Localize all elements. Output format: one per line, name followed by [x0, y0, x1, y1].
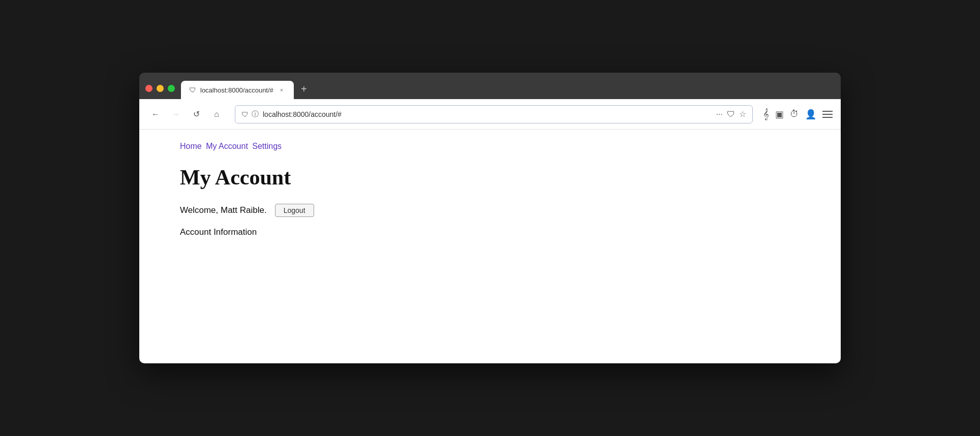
breadcrumb-settings-link[interactable]: Settings: [252, 142, 282, 151]
tab-close-button[interactable]: ×: [278, 86, 286, 94]
minimize-window-button[interactable]: [157, 85, 164, 92]
home-icon: ⌂: [214, 110, 219, 119]
profile-icon[interactable]: 👤: [805, 109, 816, 120]
bookmark-icon[interactable]: ☆: [739, 109, 746, 119]
welcome-row: Welcome, Matt Raible. Logout: [180, 204, 800, 217]
traffic-lights: [145, 85, 175, 99]
address-text: localhost:8000/account/#: [263, 110, 712, 118]
welcome-text: Welcome, Matt Raible.: [180, 205, 267, 215]
back-icon: ←: [151, 110, 160, 119]
breadcrumb-my-account-link[interactable]: My Account: [206, 142, 248, 151]
menu-button[interactable]: [822, 111, 833, 118]
breadcrumb-home-link[interactable]: Home: [180, 142, 202, 151]
logout-button[interactable]: Logout: [275, 204, 314, 217]
more-options-button[interactable]: ···: [716, 110, 723, 119]
forward-button[interactable]: →: [168, 106, 184, 122]
page-content: Home My Account Settings My Account Welc…: [139, 130, 841, 363]
tab-security-icon: 🛡: [189, 86, 196, 94]
home-button[interactable]: ⌂: [208, 106, 225, 122]
breadcrumb-separator-2: [249, 142, 251, 151]
info-icon: ⓘ: [252, 110, 259, 119]
nav-right-icons: 𝄞 ▣ ⏱ 👤: [763, 108, 833, 120]
breadcrumb: Home My Account Settings: [180, 142, 800, 151]
tab-title: localhost:8000/account/#: [200, 86, 273, 94]
address-actions: ··· 🛡 ☆: [716, 109, 746, 119]
new-tab-button[interactable]: +: [296, 81, 312, 97]
back-button[interactable]: ←: [147, 106, 164, 122]
active-tab[interactable]: 🛡 localhost:8000/account/# ×: [181, 81, 294, 99]
account-information-label: Account Information: [180, 227, 800, 237]
close-window-button[interactable]: [145, 85, 152, 92]
title-bar: 🛡 localhost:8000/account/# × +: [139, 73, 841, 99]
address-bar[interactable]: 🛡 ⓘ localhost:8000/account/# ··· 🛡 ☆: [235, 105, 753, 123]
sidebar-icon[interactable]: ▣: [775, 109, 784, 120]
tab-bar: 🛡 localhost:8000/account/# × +: [181, 81, 835, 99]
pocket-icon: 🛡: [727, 110, 735, 119]
reload-icon: ↺: [193, 109, 200, 119]
nav-bar: ← → ↺ ⌂ 🛡 ⓘ localhost:8000/account/# ···…: [139, 99, 841, 130]
maximize-window-button[interactable]: [168, 85, 175, 92]
breadcrumb-separator-1: [203, 142, 205, 151]
forward-icon: →: [172, 110, 180, 119]
address-security-icons: 🛡 ⓘ: [241, 110, 259, 119]
browser-window: 🛡 localhost:8000/account/# × + ← → ↺ ⌂ 🛡…: [139, 73, 841, 363]
library-icon[interactable]: 𝄞: [763, 108, 769, 120]
page-title: My Account: [180, 165, 800, 190]
monitor-icon[interactable]: ⏱: [790, 109, 799, 119]
shield-icon: 🛡: [241, 110, 249, 118]
reload-button[interactable]: ↺: [188, 106, 204, 122]
